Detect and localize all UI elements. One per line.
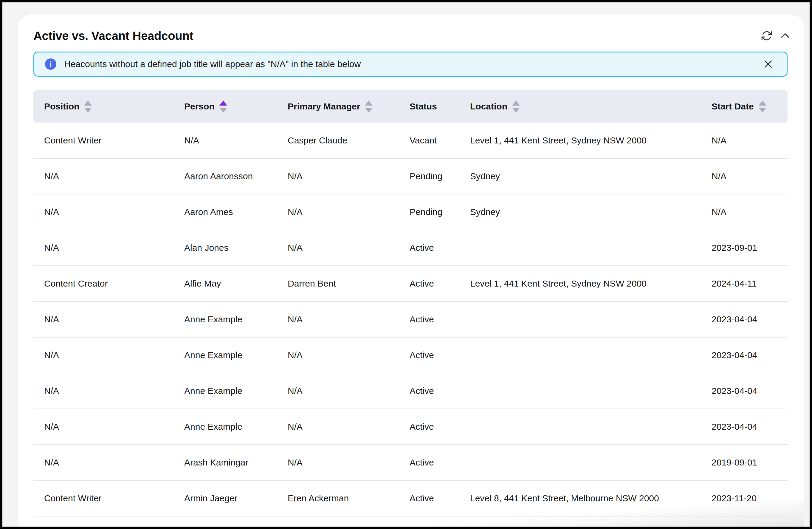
table-cell: Pending — [399, 194, 459, 230]
screenshot-frame: Active vs. Vacant Headcount — [2, 2, 810, 527]
table-cell: N/A — [277, 445, 399, 481]
table-body: Content WriterN/ACasper ClaudeVacantLeve… — [33, 123, 787, 516]
table-row: N/AAaron AaronssonN/APendingSydneyN/A — [33, 158, 787, 194]
table-cell: 2023-11-20 — [701, 481, 787, 516]
table-cell: 2023-04-04 — [701, 337, 787, 373]
column-label: Status — [409, 101, 437, 112]
sort-icon[interactable] — [512, 100, 520, 113]
table-cell: N/A — [33, 301, 174, 337]
refresh-icon — [761, 30, 772, 41]
table-cell — [459, 373, 701, 409]
table-cell: N/A — [277, 230, 399, 266]
table-cell: Alan Jones — [174, 230, 277, 266]
table-cell: Anne Example — [174, 409, 277, 445]
sort-desc-triangle — [365, 108, 373, 113]
column-header-position[interactable]: Position — [33, 90, 174, 123]
table-cell: N/A — [277, 373, 399, 409]
column-label: Start Date — [712, 101, 754, 112]
sort-icon[interactable] — [219, 100, 227, 113]
table-cell: Anne Example — [174, 337, 277, 373]
table-cell: Pending — [399, 158, 459, 194]
table-row: N/AAnne ExampleN/AActive2023-04-04 — [33, 337, 787, 373]
column-header-status: Status — [399, 90, 459, 123]
table-cell: 2019-09-01 — [701, 445, 787, 481]
table-row: Content WriterArmin JaegerEren AckermanA… — [33, 481, 787, 516]
table-cell: Vacant — [399, 123, 459, 158]
table-cell — [459, 230, 701, 266]
table-header: PositionPersonPrimary ManagerStatusLocat… — [33, 90, 787, 123]
sort-asc-triangle — [365, 100, 373, 105]
table-cell: Alfie May — [174, 266, 277, 301]
sort-desc-triangle — [84, 108, 92, 113]
table-cell: N/A — [701, 194, 787, 230]
table-cell: Sydney — [459, 194, 701, 230]
table-cell: N/A — [33, 409, 174, 445]
table-cell: 2024-04-11 — [701, 266, 787, 301]
table-cell: Active — [399, 230, 459, 266]
table-cell: N/A — [33, 373, 174, 409]
sort-icon[interactable] — [84, 100, 92, 113]
sort-desc-triangle — [759, 108, 766, 113]
table-cell: 2023-09-01 — [701, 230, 787, 266]
table-cell: N/A — [277, 301, 399, 337]
table-cell: N/A — [277, 409, 399, 445]
table-cell — [459, 445, 701, 481]
table-cell: 2023-04-04 — [701, 301, 787, 337]
info-banner: i Heacounts without a defined job title … — [33, 52, 787, 77]
table-cell: Active — [399, 337, 459, 373]
column-label: Primary Manager — [288, 101, 360, 112]
table-cell: 2023-04-04 — [701, 409, 787, 445]
sort-icon[interactable] — [759, 100, 766, 113]
table-cell: Level 8, 441 Kent Street, Melbourne NSW … — [459, 481, 701, 516]
table-cell: N/A — [33, 445, 174, 481]
card-actions — [759, 29, 792, 43]
table-cell: N/A — [701, 123, 787, 158]
table-row: Content CreatorAlfie MayDarren BentActiv… — [33, 266, 787, 301]
refresh-button[interactable] — [759, 29, 774, 43]
table-cell: Active — [399, 409, 459, 445]
table-cell: Active — [399, 266, 459, 301]
chevron-up-icon — [779, 30, 791, 42]
column-label: Position — [44, 101, 79, 112]
table-cell: Active — [399, 445, 459, 481]
table-cell — [459, 409, 701, 445]
column-header-location[interactable]: Location — [459, 90, 701, 123]
table-cell: Anne Example — [174, 373, 277, 409]
table-cell: Content Writer — [33, 481, 174, 516]
table-cell — [459, 301, 701, 337]
sort-asc-triangle — [219, 100, 227, 105]
banner-close-button[interactable] — [762, 58, 775, 71]
table-cell: N/A — [701, 158, 787, 194]
table-cell: N/A — [33, 194, 174, 230]
table-cell: Armin Jaeger — [174, 481, 277, 516]
table-row: N/AAlan JonesN/AActive2023-09-01 — [33, 230, 787, 266]
table-cell: Aaron Aaronsson — [174, 158, 277, 194]
table-cell: Level 1, 441 Kent Street, Sydney NSW 200… — [459, 266, 701, 301]
table-row: N/AAnne ExampleN/AActive2023-04-04 — [33, 301, 787, 337]
table-row: Content WriterN/ACasper ClaudeVacantLeve… — [33, 123, 787, 158]
table-row: N/AAnne ExampleN/AActive2023-04-04 — [33, 409, 787, 445]
table-cell: N/A — [33, 337, 174, 373]
table-cell: N/A — [33, 230, 174, 266]
table-cell: Content Writer — [33, 123, 174, 158]
sort-icon[interactable] — [365, 100, 373, 113]
table-cell: Content Creator — [33, 266, 174, 301]
close-icon — [763, 59, 773, 70]
info-banner-text: Heacounts without a defined job title wi… — [64, 59, 361, 69]
card-header: Active vs. Vacant Headcount — [33, 25, 792, 46]
table-cell: Active — [399, 373, 459, 409]
table-cell: Arash Kamingar — [174, 445, 277, 481]
table-cell: Sydney — [459, 158, 701, 194]
column-header-person[interactable]: Person — [174, 90, 277, 123]
page-title: Active vs. Vacant Headcount — [33, 29, 193, 43]
table-cell: Active — [399, 301, 459, 337]
column-header-start-date[interactable]: Start Date — [701, 90, 787, 123]
table-cell — [459, 337, 701, 373]
sort-desc-triangle — [219, 108, 227, 113]
table-cell: Darren Bent — [277, 266, 399, 301]
sort-asc-triangle — [84, 100, 92, 105]
collapse-button[interactable] — [778, 29, 792, 43]
column-header-primary-manager[interactable]: Primary Manager — [277, 90, 399, 123]
table-header-row: PositionPersonPrimary ManagerStatusLocat… — [33, 90, 787, 123]
table-cell: N/A — [33, 158, 174, 194]
